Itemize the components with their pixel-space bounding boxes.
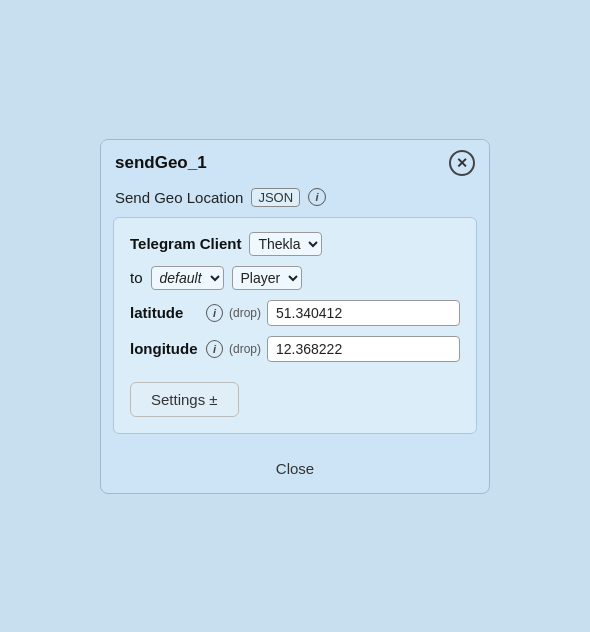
to-default-select[interactable]: default xyxy=(151,266,224,290)
longitude-input[interactable] xyxy=(267,336,460,362)
close-x-icon: ✕ xyxy=(456,155,468,171)
to-player-select[interactable]: Player xyxy=(232,266,302,290)
to-row: to default Player xyxy=(130,266,460,290)
latitude-drop-label: (drop) xyxy=(229,306,261,320)
longitude-info-icon[interactable]: i xyxy=(206,340,223,358)
settings-button[interactable]: Settings ± xyxy=(130,382,239,417)
sendgeo-dialog: sendGeo_1 ✕ Send Geo Location JSON i Tel… xyxy=(100,139,490,494)
subheader-info-icon[interactable]: i xyxy=(308,188,326,206)
latitude-label: latitude xyxy=(130,304,200,321)
json-badge: JSON xyxy=(251,188,300,207)
dialog-footer: Close xyxy=(101,446,489,493)
dialog-header: sendGeo_1 ✕ xyxy=(101,140,489,184)
latitude-info-icon[interactable]: i xyxy=(206,304,223,322)
dialog-subheader: Send Geo Location JSON i xyxy=(101,184,489,217)
telegram-client-label: Telegram Client xyxy=(130,235,241,252)
close-x-button[interactable]: ✕ xyxy=(449,150,475,176)
longitude-drop-label: (drop) xyxy=(229,342,261,356)
longitude-label: longitude xyxy=(130,340,200,357)
telegram-client-select[interactable]: Thekla xyxy=(249,232,322,256)
telegram-client-row: Telegram Client Thekla xyxy=(130,232,460,256)
longitude-row: longitude i (drop) xyxy=(130,336,460,362)
close-button[interactable]: Close xyxy=(256,456,334,481)
latitude-row: latitude i (drop) xyxy=(130,300,460,326)
dialog-body: Telegram Client Thekla to default Player… xyxy=(113,217,477,434)
to-label: to xyxy=(130,269,143,286)
send-geo-label: Send Geo Location xyxy=(115,189,243,206)
latitude-input[interactable] xyxy=(267,300,460,326)
dialog-title: sendGeo_1 xyxy=(115,153,207,173)
